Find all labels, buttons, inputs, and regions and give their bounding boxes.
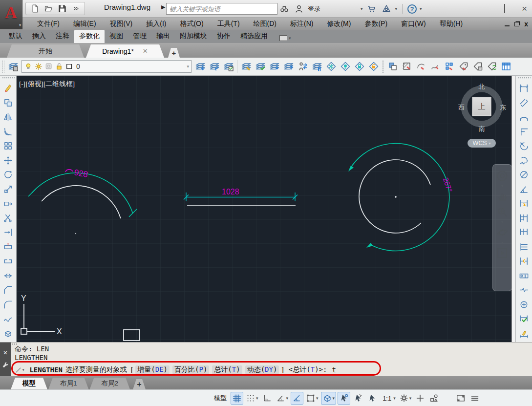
layer-current-check-icon[interactable] xyxy=(253,59,267,74)
dim-jogged-icon[interactable] xyxy=(517,153,532,168)
chamfer-icon[interactable] xyxy=(1,283,16,298)
isometric-drafting[interactable] xyxy=(291,392,303,405)
command-input-value[interactable]: t xyxy=(332,366,336,374)
lock-open-icon[interactable] xyxy=(55,62,64,71)
tag-edit-icon[interactable] xyxy=(456,59,470,74)
drawing-restore-button[interactable] xyxy=(514,22,519,26)
new-file-icon[interactable] xyxy=(29,3,41,15)
drawing-minimize-button[interactable] xyxy=(505,25,510,26)
viewcube[interactable]: 北 西 东 南 上 xyxy=(459,82,504,132)
layer-walk-icon[interactable] xyxy=(296,59,310,74)
dim-center-icon[interactable] xyxy=(517,298,532,312)
layer-make-current-icon[interactable] xyxy=(193,59,207,74)
clean-screen[interactable] xyxy=(454,392,467,405)
data-table-icon[interactable] xyxy=(499,59,513,74)
new-layout-button[interactable]: + xyxy=(133,379,146,389)
extend-icon[interactable] xyxy=(1,225,16,240)
rotate-icon[interactable] xyxy=(1,168,16,182)
caret-down-icon[interactable]: ▾ xyxy=(420,6,422,11)
blend-icon[interactable] xyxy=(1,312,16,326)
iso-freeze-icon[interactable] xyxy=(324,59,338,74)
ribbon-tab-5[interactable]: 管理 xyxy=(128,30,151,43)
viewport-label[interactable]: [-][俯视][二维线框] xyxy=(19,80,75,88)
settings-gear[interactable]: ▾ xyxy=(398,392,413,405)
caret-down-icon[interactable]: ▾ xyxy=(501,185,503,187)
menu-item-1[interactable]: 编辑(E) xyxy=(66,18,103,30)
stretch-icon[interactable] xyxy=(1,196,16,211)
caret-down-icon[interactable]: ▾ xyxy=(22,367,24,372)
new-drawing-tab-button[interactable]: + xyxy=(168,48,180,58)
iso-lock-icon[interactable] xyxy=(352,59,366,74)
nav-wheel-icon[interactable] xyxy=(496,170,509,182)
swatch-icon[interactable] xyxy=(65,62,74,71)
caret-down-icon[interactable]: ▾ xyxy=(187,64,189,69)
file-tab-start[interactable]: 开始 xyxy=(7,44,84,58)
caret-down-icon[interactable]: ▾ xyxy=(395,6,398,11)
dim-diameter-icon[interactable] xyxy=(517,168,532,182)
ribbon-tab-1[interactable]: 插入 xyxy=(27,30,51,43)
caret-down-icon[interactable]: ▾ xyxy=(286,396,289,401)
iso-bulb-icon[interactable] xyxy=(338,59,352,74)
mirror-icon[interactable] xyxy=(1,110,16,125)
scale-icon[interactable] xyxy=(1,182,16,197)
ribbon-tab-0[interactable]: 默认 xyxy=(4,30,27,43)
toolbar-grip[interactable] xyxy=(2,60,5,73)
file-tab-close-icon[interactable]: ✕ xyxy=(143,47,148,55)
dim-edit-icon[interactable] xyxy=(517,326,532,341)
dim-quick-icon[interactable] xyxy=(517,196,532,211)
dim-space-icon[interactable] xyxy=(517,240,532,255)
caret-down-icon[interactable]: ▾ xyxy=(256,396,258,401)
layer-copy-up-icon[interactable] xyxy=(281,59,296,74)
drawing-close-button[interactable]: x xyxy=(524,21,528,27)
nav-orbit-icon[interactable] xyxy=(496,226,509,239)
menu-item-11[interactable]: 帮助(H) xyxy=(433,18,469,30)
annotation-visibility[interactable] xyxy=(366,392,379,405)
break-icon[interactable] xyxy=(1,254,16,269)
command-prompt[interactable]: ▾ LENGTHEN 选择要测量的对象或 [ 增量(DE)百分比(P)总计(T)… xyxy=(15,364,336,376)
nav-zoom-icon[interactable] xyxy=(496,206,509,218)
tag-manager-icon[interactable] xyxy=(470,59,485,74)
trim-icon[interactable] xyxy=(1,211,16,226)
add-status-item[interactable] xyxy=(414,392,426,405)
ribbon-tab-6[interactable]: 输出 xyxy=(151,30,175,43)
search-binoculars-icon[interactable] xyxy=(278,3,290,15)
layer-combo[interactable]: 0▾ xyxy=(21,60,192,73)
annotation-autoscale[interactable] xyxy=(352,392,364,405)
recent-commands-icon[interactable] xyxy=(15,366,22,374)
viewcube-east[interactable]: 东 xyxy=(500,103,506,112)
dim-baseline-icon[interactable] xyxy=(517,211,532,226)
copy-nested-icon[interactable] xyxy=(385,59,400,74)
menu-item-7[interactable]: 标注(N) xyxy=(283,18,320,30)
sun-icon[interactable] xyxy=(34,62,43,71)
layer-copy-down-icon[interactable] xyxy=(267,59,281,74)
menu-item-8[interactable]: 修改(M) xyxy=(320,18,358,30)
title-expand-icon[interactable]: ▶ xyxy=(161,4,165,10)
copy-obj-icon[interactable] xyxy=(1,96,16,110)
ribbon-tab-4[interactable]: 视图 xyxy=(105,30,128,43)
move-icon[interactable] xyxy=(1,153,16,168)
dim-break-icon[interactable] xyxy=(517,254,532,269)
annotation-scale[interactable]: 1:1▾ xyxy=(380,392,397,405)
caret-down-icon[interactable]: ▾ xyxy=(393,396,396,401)
join-icon[interactable] xyxy=(1,269,16,283)
dim-check-icon[interactable] xyxy=(517,312,532,326)
offset-icon[interactable] xyxy=(1,125,16,139)
viewcube-south[interactable]: 南 xyxy=(459,125,504,133)
break-pt-icon[interactable] xyxy=(1,240,16,255)
tag-sync-icon[interactable] xyxy=(485,59,499,74)
snap-mode[interactable]: ▾ xyxy=(245,392,259,405)
menu-item-4[interactable]: 格式(O) xyxy=(173,18,210,30)
toolbar-grip[interactable] xyxy=(2,77,15,80)
ribbon-tab-2[interactable]: 注释 xyxy=(51,30,74,43)
ribbon-display-dropdown[interactable]: ▾ xyxy=(279,35,291,41)
annotation-monitor[interactable] xyxy=(338,392,350,405)
vp-shadow-icon[interactable] xyxy=(44,62,53,71)
ribbon-tab-3[interactable]: 参数化 xyxy=(74,30,105,43)
drawing-canvas[interactable]: 928 1028 267° Y X [-][俯视][二维线框] 北 xyxy=(17,76,511,342)
user-icon[interactable] xyxy=(293,3,305,15)
layout-tab-1[interactable]: 布局1 xyxy=(48,378,89,389)
menu-item-2[interactable]: 视图(V) xyxy=(103,18,140,30)
canvas-scrollbar[interactable] xyxy=(511,76,515,342)
customization-menu[interactable] xyxy=(468,392,481,405)
nav-motion-icon[interactable] xyxy=(496,247,509,259)
